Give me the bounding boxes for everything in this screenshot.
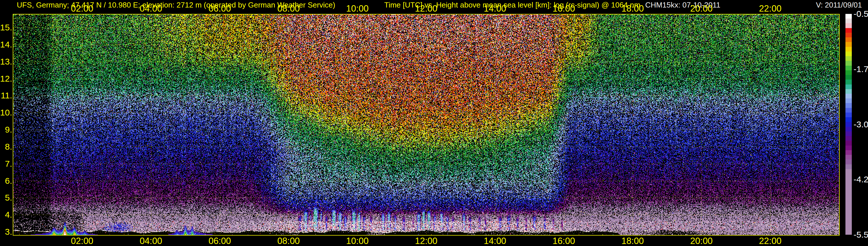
software-version: V: 2011/09/01: [816, 1, 862, 9]
colorbar-segment: [845, 85, 852, 89]
colorbar-segment: [845, 174, 852, 178]
colorbar-segment: [845, 113, 852, 117]
y-tick-label: 5.: [0, 193, 12, 202]
y-tick-label: 7.: [0, 159, 12, 168]
x-tick-label-bottom: 18:00: [613, 236, 653, 246]
colorbar-segment: [845, 216, 852, 220]
colorbar-tick-label: -0.50: [854, 9, 868, 19]
colorbar-segment: [845, 159, 852, 164]
y-tick-label: 13.: [0, 57, 12, 66]
colorbar-tick-label: -4.25: [854, 175, 868, 184]
y-tick-label: 14.: [0, 40, 12, 49]
colorbar-segment: [845, 131, 852, 136]
colorbar-segment: [845, 155, 852, 159]
colorbar-segment: [845, 28, 852, 33]
colorbar-tick-label: -5.50: [854, 230, 868, 239]
colorbar-segment: [845, 207, 852, 211]
colorbar-segment: [845, 150, 852, 155]
colorbar-segment: [845, 188, 852, 192]
colorbar-segment: [845, 47, 852, 52]
x-tick-label-top: 10:00: [337, 4, 378, 13]
colorbar-segment: [845, 61, 852, 65]
colorbar-tick-label: -1.75: [854, 65, 868, 74]
ceilometer-quicklook: UFS, Germany; 47.417 N / 10.980 E; eleva…: [0, 0, 868, 246]
colorbar-segment: [845, 127, 852, 131]
y-tick-label: 6.: [0, 176, 12, 186]
colorbar-segment: [845, 192, 852, 197]
x-tick-label-top: 14:00: [475, 4, 515, 13]
y-tick-label: 15.: [0, 23, 12, 32]
colorbar: [845, 14, 852, 235]
colorbar-segment: [845, 225, 852, 230]
x-tick-label-bottom: 20:00: [681, 236, 722, 246]
colorbar-segment: [845, 169, 852, 174]
colorbar-segment: [845, 202, 852, 206]
x-tick-label-top: 16:00: [544, 4, 584, 13]
y-tick-label: 3.: [0, 227, 12, 237]
x-tick-label-top: 22:00: [750, 4, 790, 13]
colorbar-segment: [845, 80, 852, 84]
colorbar-segment: [845, 14, 852, 19]
colorbar-segment: [845, 33, 852, 37]
x-tick-label-top: 04:00: [131, 4, 171, 13]
x-tick-label-top: 02:00: [62, 4, 102, 13]
colorbar-segment: [845, 103, 852, 107]
colorbar-segment: [845, 141, 852, 145]
x-tick-label-bottom: 14:00: [475, 236, 515, 246]
y-tick-label: 11.: [0, 91, 12, 100]
colorbar-segment: [845, 146, 852, 150]
colorbar-segment: [845, 56, 852, 61]
colorbar-segment: [845, 230, 852, 235]
y-tick-label: 12.: [0, 74, 12, 83]
colorbar-segment: [845, 211, 852, 216]
y-tick-label: 10.: [0, 108, 12, 117]
colorbar-segment: [845, 108, 852, 113]
x-tick-label-top: 12:00: [406, 4, 446, 13]
y-tick-label: 8.: [0, 142, 12, 151]
colorbar-segment: [845, 70, 852, 75]
colorbar-segment: [845, 197, 852, 202]
colorbar-segment: [845, 66, 852, 70]
x-tick-label-top: 18:00: [613, 4, 653, 13]
colorbar-segment: [845, 23, 852, 28]
colorbar-segment: [845, 98, 852, 103]
plot-area: [13, 14, 840, 236]
x-tick-label-top: 20:00: [681, 4, 722, 13]
colorbar-segment: [845, 178, 852, 183]
y-tick-label: 4.: [0, 210, 12, 219]
colorbar-segment: [845, 117, 852, 122]
colorbar-segment: [845, 52, 852, 56]
x-tick-label-bottom: 22:00: [750, 236, 790, 246]
x-tick-label-bottom: 10:00: [337, 236, 378, 246]
colorbar-segment: [845, 136, 852, 141]
x-tick-label-bottom: 12:00: [406, 236, 446, 246]
colorbar-segment: [845, 75, 852, 80]
colorbar-segment: [845, 42, 852, 47]
signal-heatmap-canvas: [13, 14, 839, 235]
colorbar-tick-label: -3.00: [854, 120, 868, 129]
colorbar-segment: [845, 164, 852, 169]
colorbar-segment: [845, 89, 852, 94]
x-tick-label-bottom: 04:00: [131, 236, 171, 246]
x-tick-label-bottom: 02:00: [62, 236, 102, 246]
colorbar-segment: [845, 183, 852, 188]
y-tick-label: 9.: [0, 125, 12, 134]
x-tick-label-bottom: 06:00: [199, 236, 240, 246]
colorbar-segment: [845, 19, 852, 23]
x-tick-label-top: 06:00: [199, 4, 240, 13]
x-tick-label-bottom: 16:00: [544, 236, 584, 246]
x-tick-label-top: 08:00: [268, 4, 309, 13]
x-tick-label-bottom: 08:00: [268, 236, 309, 246]
colorbar-segment: [845, 94, 852, 98]
colorbar-segment: [845, 37, 852, 42]
colorbar-segment: [845, 122, 852, 126]
colorbar-segment: [845, 220, 852, 225]
